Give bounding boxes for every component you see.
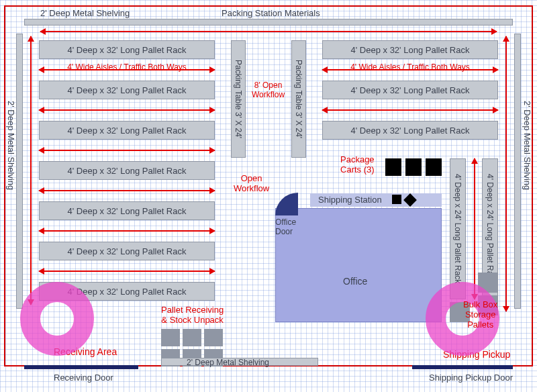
shipping-station-label: Shipping Station	[318, 195, 382, 205]
top-shelving-label: 2' Deep Metal Shelving	[40, 8, 130, 18]
pallet-rack-right-2: 4' Deep x 32' Long Pallet Rack	[322, 81, 498, 99]
packing-table-right: Packing Table 3' X 24'	[291, 40, 306, 158]
pallet-rack-left-1: 4' Deep x 32' Long Pallet Rack	[39, 40, 215, 59]
arrow-top	[40, 31, 497, 32]
pallet-box-1	[161, 329, 180, 346]
receiving-door-bar	[24, 365, 138, 369]
left-shelf-bar	[16, 34, 23, 309]
receiving-door-label: Receiving Door	[54, 373, 113, 383]
aisle-arrow-r1: 4' Wide Aisles / Traffic Both Ways	[322, 69, 498, 70]
pallet-rack-right-1: 4' Deep x 32' Long Pallet Rack	[322, 40, 498, 59]
open-workflow: Open Workflow	[234, 173, 269, 193]
pallet-rack-left-6: 4' Deep x 32' Long Pallet Rack	[39, 242, 215, 260]
aisle-caption-r: 4' Wide Aisles / Traffic Both Ways	[350, 62, 470, 72]
aisle-arrow-l3	[39, 150, 215, 151]
cart-1	[385, 158, 401, 176]
ship-item-square	[392, 195, 401, 204]
left-shelving-label: 2' Deep Metal Shelving	[6, 101, 16, 190]
aisle-arrow-l2	[39, 109, 215, 111]
packing-materials-label: Packing Station Materials	[222, 8, 320, 18]
aisle-arrow-l4	[39, 190, 215, 191]
pallet-box-2	[183, 329, 201, 346]
packing-table-left: Packing Table 3' X 24'	[231, 40, 246, 158]
aisle-arrow-l6	[39, 271, 215, 272]
aisle-arrow-v1	[474, 158, 475, 299]
shipping-door-label: Shipping Pickup Door	[429, 373, 513, 383]
bulk-box-label: Bulk Box Storage Pallets	[463, 299, 497, 330]
office-label: Office	[343, 276, 367, 287]
pallet-rack-right-3: 4' Deep x 32' Long Pallet Rack	[322, 121, 498, 140]
right-shelf-bar	[514, 34, 521, 309]
right-shelving-label: 2' Deep Metal Shelving	[522, 101, 532, 190]
aisle-arrow-r2	[322, 109, 498, 111]
arrow-right-vertical	[505, 36, 507, 311]
bottom-shelving-label: 2' Deep Metal Shelving	[187, 358, 269, 367]
aisle-caption-l: 4' Wide Aisles / Traffic Both Ways	[67, 62, 187, 72]
pallet-rack-left-2: 4' Deep x 32' Long Pallet Rack	[39, 81, 215, 99]
office-box: Office	[275, 208, 442, 322]
pallet-rack-v-1: 4' Deep x 24' Long Pallet Rack	[450, 158, 466, 299]
pallet-box-3	[204, 329, 223, 346]
cart-2	[405, 158, 422, 176]
office-door-label: Office Door	[275, 217, 296, 236]
open-workflow-8: 8' Open Workflow	[252, 81, 285, 99]
aisle-arrow-l5	[39, 230, 215, 232]
shipping-door-bar	[412, 365, 513, 369]
receiving-circle	[20, 282, 94, 356]
pallet-rack-left-3: 4' Deep x 32' Long Pallet Rack	[39, 121, 215, 140]
aisle-arrow-l1: 4' Wide Aisles / Traffic Both Ways	[39, 69, 215, 70]
cart-3	[426, 158, 442, 176]
pallet-rack-left-4: 4' Deep x 32' Long Pallet Rack	[39, 161, 215, 180]
package-carts-label: Package Carts (3)	[340, 154, 375, 175]
top-shelf-bar	[24, 19, 513, 26]
pallet-rack-left-5: 4' Deep x 32' Long Pallet Rack	[39, 201, 215, 220]
pallet-receiving-label: Pallet Receiving & Stock Unpack	[161, 305, 224, 325]
arrow-left-vertical	[30, 36, 32, 305]
